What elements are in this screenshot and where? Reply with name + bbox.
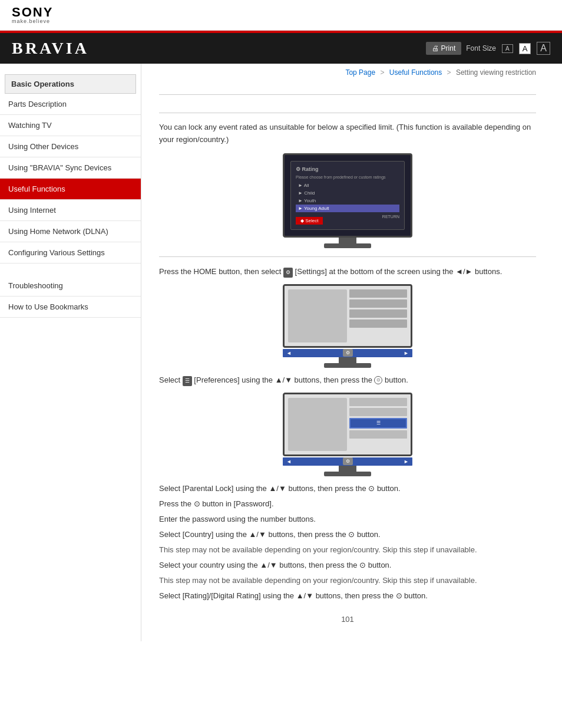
rating-option-young-adult: ► Young Adult <box>296 205 399 212</box>
sidebar-item-useful-functions[interactable]: Useful Functions <box>0 179 141 200</box>
step9-text: This step may not be available depending… <box>159 574 536 587</box>
sidebar-item-using-bravia-sync[interactable]: Using "BRAVIA" Sync Devices <box>0 157 141 179</box>
sony-logo: SONY make.believe <box>12 6 550 24</box>
step3-text: Select [Parental Lock] using the ▲/▼ but… <box>159 482 536 495</box>
sidebar-item-troubleshooting[interactable]: Troubleshooting <box>0 275 141 297</box>
tv-stand-neck <box>339 238 356 243</box>
breadcrumb-sep2: > <box>447 68 451 77</box>
settings-row-1 <box>349 289 407 298</box>
left-arrow-icon-2: ◄ <box>286 459 292 465</box>
sony-tagline: make.believe <box>12 19 550 24</box>
font-medium-button[interactable]: A <box>519 43 531 54</box>
circle-btn-inline-1: ⊙ <box>374 376 382 384</box>
font-small-button[interactable]: A <box>502 44 513 53</box>
breadcrumb: Top Page > Useful Functions > Setting vi… <box>159 64 536 86</box>
settings-screen-1 <box>283 284 412 348</box>
settings-tv-mockup-1: ◄ ⚙ ► <box>283 284 412 368</box>
pref-row-2 <box>349 408 407 416</box>
settings-row-2 <box>349 299 407 308</box>
rating-dialog-subtitle: Please choose from predefined or custom … <box>296 175 399 179</box>
divider-2 <box>159 113 536 113</box>
step7-text: This step may not be available depending… <box>159 543 536 556</box>
pref-icon-highlight: ☰ <box>376 420 381 426</box>
settings-tv-mockup-2: ☰ ◄ ⚙ ► <box>283 393 412 476</box>
rating-tv-mockup: ⚙ Rating Please choose from predefined o… <box>283 153 412 248</box>
rating-dialog: ⚙ Rating Please choose from predefined o… <box>290 161 405 230</box>
tv-stand-neck-3 <box>339 466 356 472</box>
step10-text: Select [Rating]/[Digital Rating] using t… <box>159 589 536 602</box>
pref-left-panel <box>288 398 347 451</box>
toolbar-right: 🖨 Print Font Size A A A <box>426 42 550 55</box>
rating-option-youth: ► Youth <box>296 197 399 205</box>
step2-text: Select ☰ [Preferences] using the ▲/▼ but… <box>159 374 536 387</box>
pref-row-highlighted: ☰ <box>349 418 407 429</box>
pref-right-panel: ☰ <box>349 398 407 451</box>
rating-option-child: ► Child <box>296 189 399 197</box>
sidebar-group-2: Troubleshooting How to Use Bookmarks <box>0 275 141 318</box>
settings-icon-bar: ⚙ <box>343 349 353 357</box>
sidebar-item-basic-operations[interactable]: Basic Operations <box>5 74 136 94</box>
sidebar-item-using-other-devices[interactable]: Using Other Devices <box>0 136 141 157</box>
settings-icon-inline: ⚙ <box>283 268 293 278</box>
breadcrumb-sep1: > <box>381 68 385 77</box>
step6-text: Select [Country] using the ▲/▼ buttons, … <box>159 528 536 541</box>
tv-stand-base <box>324 243 371 248</box>
breadcrumb-top-link[interactable]: Top Page <box>345 68 375 77</box>
content-area: Top Page > Useful Functions > Setting vi… <box>141 64 554 641</box>
font-size-label: Font Size <box>466 44 496 52</box>
intro-text: You can lock any event rated as unsuitab… <box>159 121 536 146</box>
sidebar-divider <box>0 269 141 275</box>
divider-3 <box>159 256 536 257</box>
sidebar-item-parts-description[interactable]: Parts Description <box>0 94 141 115</box>
bottom-nav-bar: ◄ ⚙ ► <box>283 349 412 357</box>
step1-text: Press the HOME button, then select ⚙ [Se… <box>159 265 536 278</box>
sidebar-item-watching-tv[interactable]: Watching TV <box>0 115 141 136</box>
header: SONY make.believe <box>0 0 562 31</box>
print-button[interactable]: 🖨 Print <box>426 42 462 55</box>
sony-text: SONY <box>12 6 550 19</box>
rating-option-all: ► All <box>296 182 399 189</box>
sidebar-group-1: Basic Operations Parts Description Watch… <box>0 74 141 263</box>
rating-ok-btn: ◆ Select RETURN <box>296 215 399 225</box>
settings-row-3 <box>349 309 407 318</box>
step8-text: Select your country using the ▲/▼ button… <box>159 559 536 572</box>
tv-stand-neck-2 <box>339 357 356 363</box>
rating-tv-screen: ⚙ Rating Please choose from predefined o… <box>283 153 412 238</box>
sidebar-item-how-to-use-bookmarks[interactable]: How to Use Bookmarks <box>0 297 141 318</box>
sidebar-item-using-home-network[interactable]: Using Home Network (DLNA) <box>0 221 141 242</box>
step5-text: Enter the password using the number butt… <box>159 513 536 526</box>
step4-text: Press the ⊙ button in [Password]. <box>159 498 536 510</box>
settings-right-panel <box>349 289 407 342</box>
tv-stand-base-2 <box>324 363 371 368</box>
sidebar-item-using-internet[interactable]: Using Internet <box>0 200 141 221</box>
tv-stand-base-3 <box>324 472 371 476</box>
font-large-button[interactable]: A <box>537 42 550 55</box>
bravia-title: BRAVIA <box>12 39 89 58</box>
pref-row-1 <box>349 398 407 406</box>
sidebar-item-configuring-various[interactable]: Configuring Various Settings <box>0 242 141 263</box>
settings-icon-bar-2: ⚙ <box>343 457 353 465</box>
left-arrow-icon: ◄ <box>286 350 292 356</box>
divider-1 <box>159 94 536 95</box>
right-arrow-icon: ► <box>404 350 409 356</box>
pref-icon-inline: ☰ <box>183 376 192 386</box>
breadcrumb-current: Setting viewing restriction <box>456 68 536 77</box>
main-layout: Basic Operations Parts Description Watch… <box>0 64 562 641</box>
settings-row-4 <box>349 319 407 328</box>
page-number: 101 <box>159 615 536 624</box>
pref-row-4 <box>349 430 407 439</box>
print-icon: 🖨 <box>432 44 439 52</box>
settings-screen-2: ☰ <box>283 393 412 456</box>
rating-dialog-title: ⚙ Rating <box>296 166 399 172</box>
right-arrow-icon-2: ► <box>404 459 409 465</box>
settings-left-panel <box>288 289 347 342</box>
bottom-nav-bar-2: ◄ ⚙ ► <box>283 457 412 466</box>
print-label: Print <box>441 44 456 52</box>
sidebar: Basic Operations Parts Description Watch… <box>0 64 141 641</box>
bravia-bar: BRAVIA 🖨 Print Font Size A A A <box>0 31 562 64</box>
breadcrumb-useful-link[interactable]: Useful Functions <box>389 68 442 77</box>
